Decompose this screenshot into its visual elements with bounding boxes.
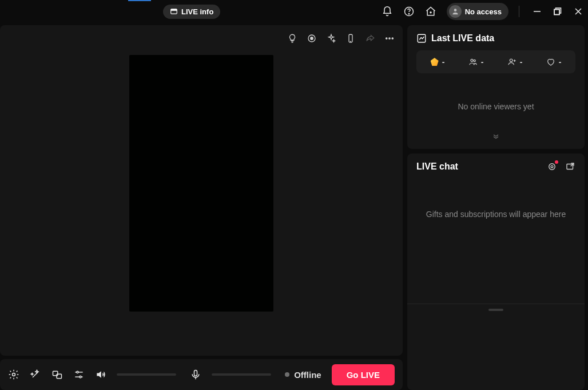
svg-rect-26 [194, 371, 197, 376]
notification-dot [555, 160, 558, 164]
svg-point-18 [392, 38, 393, 39]
svg-point-34 [549, 164, 555, 170]
access-label: No access [465, 7, 502, 16]
mic-volume-slider[interactable] [212, 373, 271, 376]
svg-point-17 [389, 38, 390, 39]
speaker-icon[interactable] [95, 369, 106, 380]
video-preview[interactable] [129, 55, 273, 312]
add-user-icon [507, 57, 517, 66]
svg-point-23 [77, 371, 78, 373]
stat-likes: - [546, 57, 562, 66]
no-viewers-message: No online viewers yet [416, 73, 575, 134]
viewers-icon [468, 57, 478, 66]
help-icon[interactable] [403, 6, 415, 17]
svg-point-16 [386, 38, 387, 39]
svg-point-31 [510, 59, 512, 62]
svg-point-25 [80, 376, 81, 378]
expand-chevron-icon[interactable] [416, 132, 575, 141]
popout-icon[interactable] [565, 161, 575, 172]
heart-icon [546, 57, 555, 66]
titlebar-divider [519, 6, 519, 17]
bottom-bar: Offline Go LIVE [0, 359, 403, 390]
live-info-label: LIVE info [181, 7, 213, 16]
notifications-icon[interactable] [382, 6, 393, 17]
svg-point-30 [474, 60, 475, 61]
mic-icon[interactable] [190, 369, 201, 380]
live-chat-title: LIVE chat [416, 161, 458, 172]
home-icon[interactable] [425, 6, 436, 17]
active-tab-indicator [128, 0, 151, 1]
last-live-title: Last LIVE data [431, 33, 494, 44]
svg-rect-8 [554, 10, 559, 15]
stats-row: - - - - [416, 50, 575, 73]
stat-diamonds: - [431, 57, 445, 66]
svg-point-19 [13, 373, 15, 376]
preview-panel [0, 25, 403, 356]
stat-viewers: - [468, 57, 484, 66]
live-chat-panel: LIVE chat Gifts and subscriptions will a… [407, 153, 585, 390]
chat-settings-icon[interactable] [547, 161, 557, 172]
settings-icon[interactable] [8, 369, 19, 380]
close-button[interactable] [574, 7, 582, 15]
chat-input-area[interactable] [407, 311, 585, 390]
svg-point-5 [454, 9, 456, 11]
lightbulb-icon[interactable] [287, 33, 297, 44]
more-icon[interactable] [384, 33, 395, 44]
titlebar: LIVE info No access [0, 0, 588, 23]
svg-point-35 [551, 166, 553, 168]
phone-icon[interactable] [345, 33, 356, 44]
speaker-volume-slider[interactable] [117, 373, 176, 376]
stat-followers-value: - [520, 57, 523, 66]
sparkle-icon[interactable] [326, 33, 336, 44]
layout-icon[interactable] [51, 369, 63, 380]
magic-wand-icon[interactable] [30, 369, 41, 380]
chart-icon [416, 33, 427, 44]
diamond-icon [431, 58, 439, 66]
card-icon [170, 7, 178, 15]
stat-viewers-value: - [481, 57, 484, 66]
go-live-button[interactable]: Go LIVE [332, 364, 395, 385]
avatar-icon [449, 5, 462, 18]
access-badge[interactable]: No access [447, 3, 508, 20]
stat-diamonds-value: - [442, 57, 445, 66]
svg-point-13 [311, 37, 313, 40]
sliders-icon[interactable] [73, 369, 85, 380]
svg-point-4 [430, 12, 431, 13]
live-info-button[interactable]: LIVE info [163, 5, 220, 19]
svg-rect-1 [171, 9, 177, 11]
minimize-button[interactable] [533, 7, 541, 15]
svg-line-37 [571, 163, 574, 166]
svg-point-29 [471, 59, 473, 61]
status-text: Offline [294, 370, 321, 380]
chat-empty-message: Gifts and subscriptions will appear here [407, 178, 585, 289]
stat-followers: - [507, 57, 523, 66]
svg-point-3 [408, 14, 409, 14]
status-dot [285, 372, 289, 377]
share-icon [365, 33, 375, 44]
last-live-panel: Last LIVE data - - - - [407, 25, 585, 149]
stat-likes-value: - [559, 57, 562, 66]
maximize-button[interactable] [554, 7, 562, 15]
record-icon[interactable] [307, 33, 317, 44]
